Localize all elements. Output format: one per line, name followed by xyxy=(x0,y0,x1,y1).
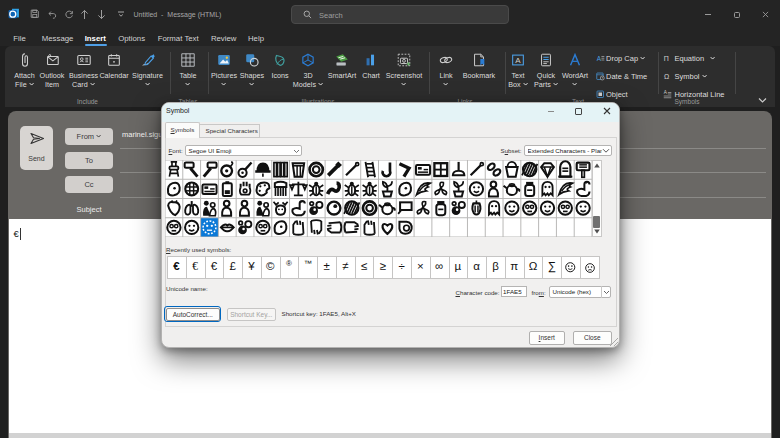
svg-text:Ω: Ω xyxy=(664,72,669,79)
svg-text:Π: Π xyxy=(664,54,669,61)
svg-text:A: A xyxy=(664,90,668,95)
svg-text:A: A xyxy=(515,56,521,65)
svg-text:A: A xyxy=(597,54,602,61)
